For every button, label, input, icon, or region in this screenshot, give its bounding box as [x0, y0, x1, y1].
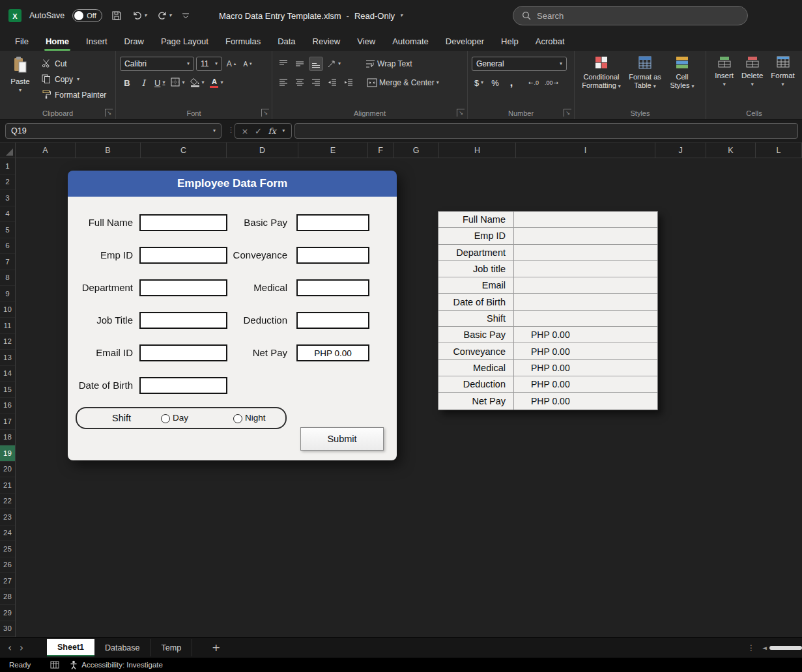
column-header-e[interactable]: E	[298, 143, 368, 158]
ribbon-tab-page-layout[interactable]: Page Layout	[152, 31, 217, 51]
submit-button[interactable]: Submit	[300, 427, 384, 451]
column-header-i[interactable]: I	[516, 143, 655, 158]
bold-button[interactable]: B	[120, 76, 134, 90]
enter-icon[interactable]: ✓	[255, 126, 262, 136]
merge-center-button[interactable]: Merge & Center ▾	[365, 76, 441, 90]
ribbon-tab-formulas[interactable]: Formulas	[217, 31, 269, 51]
redo-button[interactable]: ▾	[156, 10, 173, 21]
italic-button[interactable]: I	[136, 76, 150, 90]
ribbon-tab-file[interactable]: File	[7, 31, 37, 51]
row-header-16[interactable]: 16	[0, 398, 15, 414]
row-header-27[interactable]: 27	[0, 573, 15, 589]
column-header-j[interactable]: J	[655, 143, 706, 158]
row-header-10[interactable]: 10	[0, 302, 15, 318]
column-header-d[interactable]: D	[227, 143, 298, 158]
form-input-medical[interactable]	[296, 279, 369, 296]
underline-button[interactable]: U▾	[152, 76, 167, 90]
sheet-tab-sheet1[interactable]: Sheet1	[47, 639, 94, 656]
row-header-25[interactable]: 25	[0, 541, 15, 557]
increase-font-size-button[interactable]: A▴	[224, 57, 238, 71]
orientation-button[interactable]: ▾	[325, 57, 343, 71]
column-header-f[interactable]: F	[368, 143, 394, 158]
conditional-formatting-button[interactable]: Conditional Formatting ▾	[579, 54, 624, 107]
ribbon-tab-view[interactable]: View	[349, 31, 384, 51]
form-input-date-of-birth[interactable]	[139, 377, 227, 394]
ribbon-tab-automate[interactable]: Automate	[384, 31, 437, 51]
excel-logo-icon[interactable]: X	[8, 9, 21, 22]
row-header-19[interactable]: 19	[0, 445, 15, 462]
decrease-font-size-button[interactable]: A▾	[240, 57, 255, 71]
row-header-26[interactable]: 26	[0, 557, 15, 574]
paste-button[interactable]: Paste ▾	[4, 54, 36, 107]
accounting-format-button[interactable]: $ ▾	[472, 76, 486, 90]
form-input-email-id[interactable]	[139, 344, 227, 361]
form-input-job-title[interactable]	[139, 312, 227, 329]
radio-night[interactable]	[233, 414, 242, 423]
percent-style-button[interactable]: %	[488, 76, 502, 90]
formula-input[interactable]	[294, 123, 798, 139]
row-header-3[interactable]: 3	[0, 190, 15, 206]
sheet-nav-right-icon[interactable]: ›	[20, 642, 31, 654]
form-input-basic-pay[interactable]	[296, 214, 369, 231]
ribbon-tab-data[interactable]: Data	[269, 31, 304, 51]
ribbon-tab-help[interactable]: Help	[493, 31, 527, 51]
align-right-button[interactable]	[309, 76, 323, 90]
save-button[interactable]	[110, 10, 123, 21]
row-header-6[interactable]: 6	[0, 238, 15, 255]
align-bottom-button[interactable]	[309, 57, 323, 71]
row-header-15[interactable]: 15	[0, 382, 15, 398]
record-macro-button[interactable]	[50, 661, 59, 669]
column-header-k[interactable]: K	[706, 143, 756, 158]
insert-function-icon[interactable]: fx	[268, 126, 276, 136]
column-header-b[interactable]: B	[76, 143, 141, 158]
column-header-a[interactable]: A	[16, 143, 76, 158]
row-header-4[interactable]: 4	[0, 206, 15, 223]
ribbon-tab-insert[interactable]: Insert	[78, 31, 116, 51]
form-input-conveyance[interactable]	[296, 247, 369, 264]
borders-button[interactable]: ▾	[169, 76, 186, 90]
ribbon-tab-draw[interactable]: Draw	[116, 31, 152, 51]
decrease-decimal-button[interactable]: .00→	[543, 76, 560, 90]
number-dialog-launcher[interactable]: ↘	[564, 109, 571, 117]
column-header-l[interactable]: L	[756, 143, 802, 158]
align-center-button[interactable]	[293, 76, 307, 90]
form-input-full-name[interactable]	[139, 214, 227, 231]
row-header-22[interactable]: 22	[0, 494, 15, 510]
format-as-table-button[interactable]: Format as Table ▾	[625, 54, 665, 107]
copy-button[interactable]: Copy ▾	[39, 72, 109, 87]
font-dialog-launcher[interactable]: ↘	[261, 109, 269, 117]
radio-day[interactable]	[161, 414, 170, 423]
ribbon-tab-home[interactable]: Home	[37, 31, 78, 51]
quick-access-customize-button[interactable]	[180, 12, 191, 20]
row-header-18[interactable]: 18	[0, 430, 15, 446]
sheet-nav-left-icon[interactable]: ‹	[0, 642, 20, 654]
column-header-c[interactable]: C	[141, 143, 227, 158]
form-input-emp-id[interactable]	[139, 247, 227, 264]
sheet-options-icon[interactable]: ⋮	[747, 643, 755, 652]
row-header-5[interactable]: 5	[0, 222, 15, 238]
form-input-net-pay[interactable]: PHP 0.00	[296, 344, 369, 361]
cancel-icon[interactable]: ×	[242, 126, 249, 136]
font-color-button[interactable]: A ▾	[208, 76, 225, 90]
row-header-14[interactable]: 14	[0, 366, 15, 382]
cut-button[interactable]: Cut	[39, 57, 109, 71]
clipboard-dialog-launcher[interactable]: ↘	[105, 109, 113, 117]
increase-decimal-button[interactable]: ←.0	[526, 76, 541, 90]
row-header-8[interactable]: 8	[0, 270, 15, 287]
row-header-11[interactable]: 11	[0, 318, 15, 334]
row-header-28[interactable]: 28	[0, 589, 15, 606]
name-box[interactable]: Q19 ▾	[5, 123, 222, 139]
font-name-select[interactable]: Calibri ▾	[120, 57, 194, 71]
comma-style-button[interactable]: ,	[504, 76, 519, 90]
new-sheet-button[interactable]: +	[212, 641, 220, 654]
decrease-indent-button[interactable]	[325, 76, 339, 90]
align-middle-button[interactable]	[293, 57, 307, 71]
align-top-button[interactable]	[276, 57, 291, 71]
increase-indent-button[interactable]	[341, 76, 356, 90]
row-header-20[interactable]: 20	[0, 462, 15, 478]
horizontal-scrollbar-thumb[interactable]	[769, 646, 802, 650]
hscroll-left-arrow-icon[interactable]: ◄	[762, 645, 767, 651]
delete-cells-button[interactable]: Delete ▾	[740, 54, 764, 107]
row-header-30[interactable]: 30	[0, 621, 15, 637]
row-header-13[interactable]: 13	[0, 350, 15, 366]
